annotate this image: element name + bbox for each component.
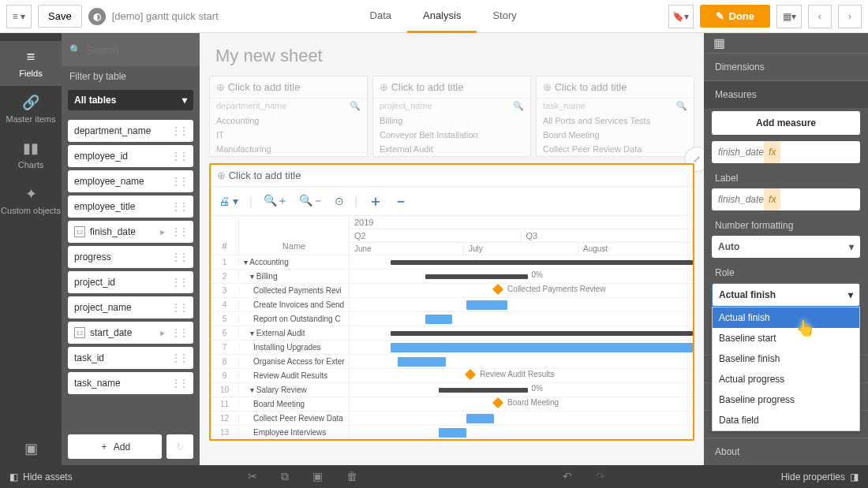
field-item[interactable]: department_name⋮⋮ <box>68 120 193 142</box>
rail-settings-icon[interactable]: ▣ <box>17 432 46 465</box>
card-value[interactable]: Collect Peer Review Data <box>537 142 694 156</box>
next-sheet-button[interactable]: › <box>838 5 862 28</box>
gantt-bar[interactable] <box>466 300 507 310</box>
gantt-row[interactable]: 6▾ External Audit <box>211 326 693 340</box>
gantt-row[interactable]: 8Organise Access for Exter <box>211 354 693 368</box>
filter-card[interactable]: Click to add titleproject_name🔍BillingCo… <box>372 76 531 157</box>
prev-sheet-button[interactable]: ‹ <box>808 5 832 28</box>
gantt-bar[interactable] <box>391 331 693 336</box>
role-option[interactable]: Baseline progress <box>713 389 859 410</box>
gantt-row[interactable]: 7Installing Upgrades <box>211 340 693 354</box>
card-value[interactable]: Conveyor Belt Installation <box>373 128 530 142</box>
drag-handle-icon[interactable]: ⋮⋮ <box>171 302 187 313</box>
print-icon[interactable]: 🖨 ▾ <box>219 195 238 207</box>
gantt-object[interactable]: Click to add title 🖨 ▾ | 🔍＋ 🔍－ ⊙ | ＋ － #… <box>209 163 694 441</box>
drag-handle-icon[interactable]: ⋮⋮ <box>171 151 187 162</box>
gantt-row[interactable]: 4Create Invoices and Send <box>211 297 693 311</box>
rail-fields[interactable]: ≡Fields <box>0 41 62 86</box>
drag-handle-icon[interactable]: ⋮⋮ <box>171 251 187 263</box>
zoom-in-icon[interactable]: 🔍＋ <box>264 194 288 208</box>
field-item[interactable]: employee_title⋮⋮ <box>68 196 193 218</box>
card-title-placeholder[interactable]: Click to add title <box>537 76 694 98</box>
card-value[interactable]: Accounting <box>210 114 367 128</box>
gantt-row[interactable]: 1▾ Accounting <box>211 255 693 269</box>
gantt-row[interactable]: 2▾ Billing0% <box>211 269 693 283</box>
save-button[interactable]: Save <box>38 5 82 28</box>
drag-handle-icon[interactable]: ⋮⋮ <box>171 125 187 136</box>
measures-section[interactable]: Measures <box>704 80 868 108</box>
card-value[interactable]: Manufacturing <box>210 142 367 156</box>
drag-handle-icon[interactable]: ⋮⋮ <box>171 277 187 288</box>
drag-handle-icon[interactable]: ⋮⋮ <box>171 352 187 363</box>
role-option[interactable]: Baseline finish <box>713 348 859 369</box>
gantt-bar[interactable] <box>466 414 494 423</box>
tab-story[interactable]: Story <box>477 0 532 33</box>
sheet-dropdown[interactable]: ▦▾ <box>776 5 802 28</box>
gantt-bar[interactable] <box>439 428 466 438</box>
delete-icon[interactable]: 🗑 <box>346 470 357 483</box>
done-button[interactable]: ✎Done <box>700 5 771 28</box>
milestone[interactable] <box>492 284 503 295</box>
gantt-row[interactable]: 12Collect Peer Review Data <box>211 411 693 425</box>
fx-button-label[interactable]: fx <box>764 188 780 210</box>
refresh-button[interactable]: ↻ <box>166 434 193 459</box>
gantt-bar[interactable] <box>425 315 453 324</box>
card-value[interactable]: All Ports and Services Tests <box>537 114 694 128</box>
card-value[interactable]: IT <box>210 128 367 142</box>
gantt-bar[interactable] <box>391 260 693 265</box>
gantt-row[interactable]: 9Review Audit ResultsReview Audit Result… <box>211 368 693 382</box>
drag-handle-icon[interactable]: ⋮⋮ <box>171 226 187 237</box>
field-item[interactable]: progress⋮⋮ <box>68 246 193 268</box>
drag-handle-icon[interactable]: ⋮⋮ <box>171 176 187 187</box>
field-item[interactable]: employee_id⋮⋮ <box>68 145 193 167</box>
filter-card[interactable]: Click to add titledepartment_name🔍Accoun… <box>209 76 368 157</box>
gantt-bar[interactable] <box>391 343 693 352</box>
gantt-row[interactable]: 13Employee Interviews <box>211 425 693 439</box>
filter-card[interactable]: Click to add titletask_name🔍All Ports an… <box>536 76 694 157</box>
hide-properties-button[interactable]: Hide properties◨ <box>772 471 868 482</box>
role-option[interactable]: Actual progress <box>713 369 859 389</box>
field-item[interactable]: 12finish_date▸⋮⋮ <box>68 221 193 243</box>
field-item[interactable]: employee_name⋮⋮ <box>68 170 193 192</box>
tables-dropdown[interactable]: All tables▾ <box>68 90 193 110</box>
add-measure-button[interactable]: Add measure <box>712 111 860 135</box>
add-field-button[interactable]: ＋Add <box>68 434 162 459</box>
label-input[interactable]: finish_datefx <box>712 188 860 210</box>
number-formatting-select[interactable]: Auto▾ <box>712 236 860 258</box>
field-item[interactable]: 12start_date▸⋮⋮ <box>68 322 193 344</box>
cut-icon[interactable]: ✂ <box>248 470 257 483</box>
about-section[interactable]: About <box>704 438 868 465</box>
fit-icon[interactable]: ⊙ <box>335 195 344 207</box>
milestone[interactable] <box>492 397 503 408</box>
role-select[interactable]: Actual finish▾ <box>712 283 860 307</box>
gantt-row[interactable]: 11Board MeetingBoard Meeting <box>211 397 693 411</box>
tab-analysis[interactable]: Analysis <box>407 0 477 33</box>
expand-icon[interactable]: ＋ <box>369 192 383 210</box>
gantt-row[interactable]: 3Collected Payments ReviCollected Paymen… <box>211 283 693 297</box>
gantt-row[interactable]: 10▾ Salary Review0% <box>211 382 693 397</box>
zoom-out-icon[interactable]: 🔍－ <box>299 194 324 208</box>
redo-icon[interactable]: ↷ <box>596 470 605 483</box>
menu-dropdown[interactable]: ≡ ▾ <box>6 5 32 28</box>
drag-handle-icon[interactable]: ⋮⋮ <box>171 201 187 212</box>
gantt-bar[interactable] <box>398 357 446 367</box>
rail-master-items[interactable]: 🔗Master items <box>0 86 62 132</box>
gantt-title-placeholder[interactable]: Click to add title <box>211 165 693 186</box>
card-value[interactable]: Billing <box>373 114 530 128</box>
rail-custom-objects[interactable]: ✦Custom objects <box>0 177 62 223</box>
collapse-icon[interactable]: － <box>394 192 408 210</box>
gantt-bar[interactable] <box>439 388 528 393</box>
role-option[interactable]: Baseline start <box>713 328 859 348</box>
field-item[interactable]: project_name⋮⋮ <box>68 296 193 319</box>
card-title-placeholder[interactable]: Click to add title <box>373 76 530 98</box>
field-item[interactable]: task_id⋮⋮ <box>68 347 193 369</box>
copy-icon[interactable]: ⧉ <box>281 470 289 483</box>
rail-charts[interactable]: ▮▮Charts <box>0 132 62 177</box>
tab-data[interactable]: Data <box>354 0 407 33</box>
measure-field-input[interactable]: finish_datefx <box>712 141 860 163</box>
field-item[interactable]: task_name⋮⋮ <box>68 372 193 394</box>
fx-button[interactable]: fx <box>764 141 780 163</box>
role-option[interactable]: Actual finish <box>713 307 859 328</box>
undo-icon[interactable]: ↶ <box>563 470 572 483</box>
sheet-title[interactable]: My new sheet <box>209 43 694 76</box>
